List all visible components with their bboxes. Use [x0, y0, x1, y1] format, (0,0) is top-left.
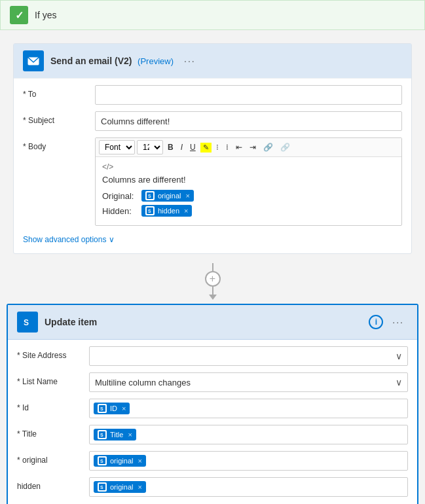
connector: + — [0, 259, 425, 304]
title-chip-row[interactable]: S Title × — [89, 425, 408, 444]
id-chip[interactable]: S ID × — [94, 403, 130, 414]
highlight-button[interactable]: ✎ — [200, 143, 212, 153]
id-chip-text: ID — [110, 405, 117, 412]
link-button[interactable]: 🔗 — [261, 141, 276, 153]
bold-button[interactable]: B — [165, 141, 176, 153]
list-name-select[interactable]: Multiline column changes ∨ — [89, 372, 408, 392]
if-yes-bar: ✓ If yes — [0, 0, 425, 30]
list-name-value: Multiline column changes — [95, 378, 191, 387]
show-advanced-options-email[interactable]: Show advanced options ∨ — [23, 231, 402, 247]
underline-button[interactable]: U — [187, 141, 198, 153]
send-email-menu-button[interactable]: ··· — [180, 54, 200, 67]
send-email-actions: ··· — [180, 54, 200, 67]
connector-line-top — [212, 263, 213, 271]
id-chip-close[interactable]: × — [122, 405, 126, 412]
font-size-select[interactable]: 12 — [137, 140, 163, 154]
sharepoint-icon-update-original: S — [98, 456, 107, 465]
sharepoint-icon-hidden: S — [145, 206, 155, 215]
update-item-body: * Site Address ∨ * List Name Multiline c… — [8, 340, 417, 504]
italic-button[interactable]: I — [178, 141, 185, 153]
sharepoint-icon-id: S — [98, 404, 107, 413]
send-email-title: Send an email (V2) (Preview) — [50, 56, 174, 66]
svg-text:S: S — [100, 406, 103, 411]
update-original-chip-row[interactable]: S original × — [89, 451, 408, 471]
original-chip[interactable]: S original × — [141, 190, 194, 202]
original-field-label: Original: — [102, 191, 138, 201]
to-row: * To — [23, 85, 402, 106]
list-name-chevron: ∨ — [396, 377, 402, 387]
subject-input[interactable] — [95, 111, 402, 131]
original-field-row: Original: S original × — [102, 190, 395, 202]
unordered-list-button[interactable]: ⁝ — [213, 141, 221, 153]
sharepoint-update-icon: S — [17, 312, 38, 333]
connector-arrow — [209, 295, 217, 300]
update-hidden-chip-close[interactable]: × — [138, 483, 141, 491]
id-label: * Id — [17, 399, 89, 412]
align-left-button[interactable]: ⇤ — [233, 141, 245, 153]
id-chip-row[interactable]: S ID × — [89, 399, 408, 418]
update-hidden-chip[interactable]: S original × — [94, 481, 146, 493]
send-email-card-header: Send an email (V2) (Preview) ··· — [14, 44, 411, 79]
html-tag: </> — [102, 162, 395, 171]
title-chip[interactable]: S Title × — [94, 429, 136, 441]
id-row: * Id S ID × — [17, 399, 408, 420]
subject-row: * Subject — [23, 111, 402, 132]
update-original-chip-text: original — [110, 457, 133, 465]
hidden-chip-text: hidden — [158, 207, 179, 215]
connector-line-bottom — [212, 287, 213, 295]
align-center-button[interactable]: ⇥ — [247, 141, 259, 153]
sharepoint-icon-title: S — [98, 430, 107, 439]
update-original-label: * original — [17, 451, 89, 465]
hidden-field-label: Hidden: — [102, 206, 138, 216]
to-label: * To — [23, 85, 95, 99]
send-email-card: Send an email (V2) (Preview) ··· * To * … — [13, 43, 412, 254]
svg-text:S: S — [100, 433, 103, 437]
body-content[interactable]: </> Columns are different! Original: S — [96, 157, 401, 225]
update-hidden-chip-row[interactable]: S original × — [89, 477, 408, 497]
update-original-chip-close[interactable]: × — [138, 457, 141, 465]
site-address-select[interactable]: ∨ — [89, 346, 408, 366]
body-toolbar: Font 12 B I U ✎ ⁝ ⁞ ⇤ ⇥ 🔗 🔗 — [96, 138, 401, 157]
send-email-body: * To * Subject * Body Font 12 B I — [14, 79, 411, 253]
list-name-row: * List Name Multiline column changes ∨ — [17, 372, 408, 393]
sharepoint-icon-update-hidden: S — [98, 482, 107, 492]
svg-text:S: S — [100, 459, 103, 463]
site-address-chevron: ∨ — [396, 351, 402, 361]
title-label: * Title — [17, 425, 89, 439]
svg-text:S: S — [148, 209, 151, 213]
body-label: * Body — [23, 137, 95, 151]
connector-plus-button[interactable]: + — [205, 271, 221, 287]
chevron-down-icon-email: ∨ — [109, 235, 115, 244]
hidden-field-row: Hidden: S hidden × — [102, 205, 395, 217]
site-address-label: * Site Address — [17, 346, 89, 360]
svg-text:S: S — [148, 194, 151, 198]
update-hidden-label: hidden — [17, 477, 89, 491]
update-original-row: * original S original × — [17, 451, 408, 472]
body-editor: Font 12 B I U ✎ ⁝ ⁞ ⇤ ⇥ 🔗 🔗 — [95, 137, 402, 226]
update-item-title: Update item — [45, 317, 362, 327]
if-yes-checkmark: ✓ — [10, 6, 28, 24]
update-item-actions: i ··· — [369, 315, 408, 329]
unlink-button[interactable]: 🔗 — [278, 141, 293, 153]
hidden-chip-close[interactable]: × — [184, 207, 188, 215]
original-chip-close[interactable]: × — [185, 192, 189, 200]
if-yes-label: If yes — [35, 10, 56, 20]
body-text-content: Columns are different! — [102, 175, 395, 185]
ordered-list-button[interactable]: ⁞ — [223, 141, 231, 153]
update-original-chip[interactable]: S original × — [94, 455, 146, 467]
subject-label: * Subject — [23, 111, 95, 125]
body-row: * Body Font 12 B I U ✎ ⁝ ⁞ ⇤ ⇥ — [23, 137, 402, 226]
to-input[interactable] — [95, 85, 402, 105]
font-select[interactable]: Font — [99, 140, 135, 154]
original-chip-text: original — [158, 192, 181, 200]
hidden-chip[interactable]: S hidden × — [141, 205, 192, 217]
update-hidden-row: hidden S original × — [17, 477, 408, 498]
outlook-icon — [23, 50, 44, 71]
sharepoint-icon-original: S — [145, 191, 155, 200]
title-chip-close[interactable]: × — [128, 431, 132, 439]
svg-text:S: S — [100, 485, 103, 490]
update-item-menu-button[interactable]: ··· — [388, 315, 408, 329]
list-name-label: * List Name — [17, 372, 89, 386]
info-button[interactable]: i — [369, 315, 383, 329]
update-item-card: S Update item i ··· * Site Address ∨ * L… — [7, 304, 418, 504]
